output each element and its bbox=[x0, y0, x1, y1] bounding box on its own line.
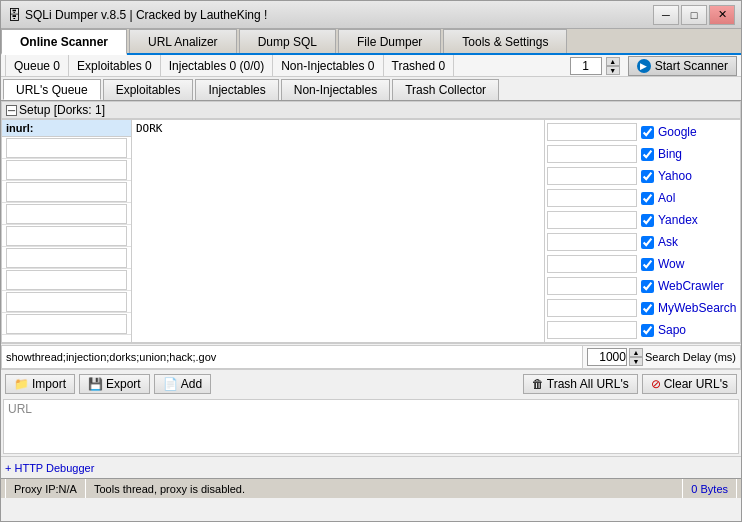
dork-input-7[interactable] bbox=[6, 270, 127, 290]
engine-input-yahoo[interactable] bbox=[547, 167, 637, 185]
dork-input-6[interactable] bbox=[6, 248, 127, 268]
engine-row-wow: Wow bbox=[547, 254, 738, 274]
engine-label-ask[interactable]: Ask bbox=[658, 235, 678, 249]
dork-input-5[interactable] bbox=[6, 226, 127, 246]
dork-rows bbox=[2, 137, 131, 342]
tab-file-dumper[interactable]: File Dumper bbox=[338, 29, 441, 53]
subtab-injectables[interactable]: Injectables bbox=[195, 79, 278, 100]
dork-row[interactable] bbox=[2, 269, 131, 291]
status-bar: Queue 0 Exploitables 0 Injectables 0 (0/… bbox=[1, 55, 741, 77]
dork-input-8[interactable] bbox=[6, 292, 127, 312]
engine-check-yahoo[interactable] bbox=[641, 170, 654, 183]
engine-row-bing: Bing bbox=[547, 144, 738, 164]
dork-row[interactable] bbox=[2, 159, 131, 181]
engine-label-aol[interactable]: Aol bbox=[658, 191, 675, 205]
import-button[interactable]: 📁 Import bbox=[5, 374, 75, 394]
dork-input-9[interactable] bbox=[6, 314, 127, 334]
engine-input-wow[interactable] bbox=[547, 255, 637, 273]
subtab-non-injectables[interactable]: Non-Injectables bbox=[281, 79, 390, 100]
window-controls: ─ □ ✕ bbox=[653, 5, 735, 25]
app-title: SQLi Dumper v.8.5 | Cracked by LautheKin… bbox=[25, 8, 653, 22]
export-icon: 💾 bbox=[88, 377, 103, 391]
engine-check-ask[interactable] bbox=[641, 236, 654, 249]
delay-up-button[interactable]: ▲ bbox=[629, 348, 643, 357]
minimize-button[interactable]: ─ bbox=[653, 5, 679, 25]
clear-button[interactable]: ⊘ Clear URL's bbox=[642, 374, 737, 394]
close-button[interactable]: ✕ bbox=[709, 5, 735, 25]
engine-input-webcrawler[interactable] bbox=[547, 277, 637, 295]
engine-input-mywebsearch[interactable] bbox=[547, 299, 637, 317]
dork-row[interactable] bbox=[2, 137, 131, 159]
trash-all-button[interactable]: 🗑 Trash All URL's bbox=[523, 374, 638, 394]
url-label: URL bbox=[8, 402, 32, 416]
engine-input-sapo[interactable] bbox=[547, 321, 637, 339]
dork-row[interactable] bbox=[2, 291, 131, 313]
engine-label-sapo[interactable]: Sapo bbox=[658, 323, 686, 337]
engine-check-mywebsearch[interactable] bbox=[641, 302, 654, 315]
dork-input-4[interactable] bbox=[6, 204, 127, 224]
engine-input-aol[interactable] bbox=[547, 189, 637, 207]
bytes-status: 0 Bytes bbox=[682, 479, 737, 498]
engine-input-ask[interactable] bbox=[547, 233, 637, 251]
engine-label-wow[interactable]: Wow bbox=[658, 257, 684, 271]
engine-label-google[interactable]: Google bbox=[658, 125, 697, 139]
engine-input-yandex[interactable] bbox=[547, 211, 637, 229]
dork-input-1[interactable] bbox=[6, 138, 127, 158]
engine-check-google[interactable] bbox=[641, 126, 654, 139]
dork-row[interactable] bbox=[2, 225, 131, 247]
spinner-down-button[interactable]: ▼ bbox=[606, 66, 620, 75]
add-button[interactable]: 📄 Add bbox=[154, 374, 211, 394]
main-navigation: Online Scanner URL Analizer Dump SQL Fil… bbox=[1, 29, 741, 55]
setup-label: Setup [Dorks: 1] bbox=[19, 103, 105, 117]
tab-dump-sql[interactable]: Dump SQL bbox=[239, 29, 336, 53]
subtab-exploitables[interactable]: Exploitables bbox=[103, 79, 194, 100]
dork-row[interactable] bbox=[2, 181, 131, 203]
engine-label-yandex[interactable]: Yandex bbox=[658, 213, 698, 227]
engine-label-mywebsearch[interactable]: MyWebSearch bbox=[658, 301, 736, 315]
engine-check-bing[interactable] bbox=[641, 148, 654, 161]
dork-textarea[interactable]: DORK bbox=[132, 120, 544, 342]
thread-count-input[interactable] bbox=[570, 57, 602, 75]
engine-row-yahoo: Yahoo bbox=[547, 166, 738, 186]
collapse-button[interactable]: ─ bbox=[6, 105, 17, 116]
subtab-urls-queue[interactable]: URL's Queue bbox=[3, 79, 101, 100]
subtab-trash-collector[interactable]: Trash Collector bbox=[392, 79, 499, 100]
delay-input[interactable] bbox=[587, 348, 627, 366]
tab-url-analizer[interactable]: URL Analizer bbox=[129, 29, 237, 53]
engine-label-webcrawler[interactable]: WebCrawler bbox=[658, 279, 724, 293]
http-debugger[interactable]: + HTTP Debugger bbox=[1, 456, 741, 478]
status-non-injectables: Non-Injectables 0 bbox=[273, 55, 383, 76]
delay-down-button[interactable]: ▼ bbox=[629, 357, 643, 366]
thread-spinner: ▲ ▼ ▶ Start Scanner bbox=[570, 56, 737, 76]
engine-check-yandex[interactable] bbox=[641, 214, 654, 227]
dork-row[interactable] bbox=[2, 247, 131, 269]
app-icon: 🗄 bbox=[7, 7, 21, 23]
delay-spinner: ▲ ▼ bbox=[629, 348, 643, 366]
engine-row-webcrawler: WebCrawler bbox=[547, 276, 738, 296]
engine-label-bing[interactable]: Bing bbox=[658, 147, 682, 161]
http-debugger-label[interactable]: + HTTP Debugger bbox=[5, 462, 94, 474]
search-string-input[interactable] bbox=[1, 345, 582, 369]
engine-input-google[interactable] bbox=[547, 123, 637, 141]
start-scanner-button[interactable]: ▶ Start Scanner bbox=[628, 56, 737, 76]
engine-row-yandex: Yandex bbox=[547, 210, 738, 230]
engine-check-aol[interactable] bbox=[641, 192, 654, 205]
engine-row-ask: Ask bbox=[547, 232, 738, 252]
spinner-up-button[interactable]: ▲ bbox=[606, 57, 620, 66]
thread-spinner-buttons: ▲ ▼ bbox=[606, 57, 620, 75]
engine-check-sapo[interactable] bbox=[641, 324, 654, 337]
dork-input-2[interactable] bbox=[6, 160, 127, 180]
export-button[interactable]: 💾 Export bbox=[79, 374, 150, 394]
maximize-button[interactable]: □ bbox=[681, 5, 707, 25]
engine-check-wow[interactable] bbox=[641, 258, 654, 271]
titlebar: 🗄 SQLi Dumper v.8.5 | Cracked by LautheK… bbox=[1, 1, 741, 29]
search-bar: ▲ ▼ Search Delay (ms) bbox=[1, 343, 741, 369]
engine-check-webcrawler[interactable] bbox=[641, 280, 654, 293]
engine-label-yahoo[interactable]: Yahoo bbox=[658, 169, 692, 183]
tab-online-scanner[interactable]: Online Scanner bbox=[1, 29, 127, 55]
dork-input-3[interactable] bbox=[6, 182, 127, 202]
tab-tools-settings[interactable]: Tools & Settings bbox=[443, 29, 567, 53]
dork-row[interactable] bbox=[2, 203, 131, 225]
engine-input-bing[interactable] bbox=[547, 145, 637, 163]
dork-row[interactable] bbox=[2, 313, 131, 335]
